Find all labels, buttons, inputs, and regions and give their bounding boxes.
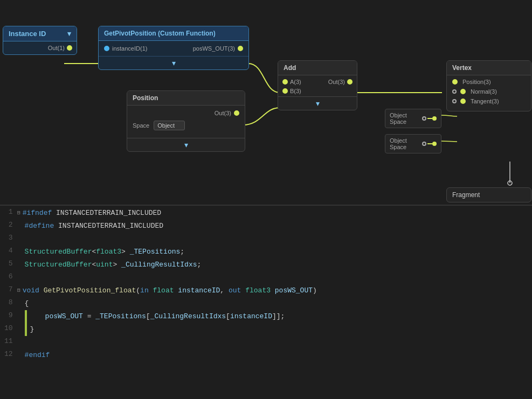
code-line-3: [17, 233, 532, 246]
node-add-out-port: Out(3): [328, 79, 353, 85]
code-line-4: StructuredBuffer<float3> _TEPositions;: [17, 246, 532, 258]
node-position-out-port: Out(3): [133, 110, 239, 116]
node-instance-id[interactable]: Instance ID ▾ Out(1): [3, 26, 77, 55]
node-position-space-row: Space Object World View ▾: [133, 121, 239, 130]
node-position[interactable]: Position Out(3) Space Object World View …: [127, 90, 245, 152]
lnum-11: 11: [4, 335, 17, 348]
node-getpivot-out-label: posWS_OUT(3): [193, 45, 235, 52]
code-line-8: {: [17, 297, 532, 310]
lnum-4: 4: [4, 244, 17, 257]
node-objspace-1-wire: [427, 118, 432, 119]
node-vertex-normal-label: Normal(3): [471, 88, 497, 95]
node-vertex-header: Vertex: [447, 61, 531, 75]
lnum-5: 5: [4, 257, 17, 270]
node-instance-id-out-dot: [67, 45, 72, 51]
green-bar-10: [25, 323, 27, 336]
node-vertex-position-label: Position(3): [462, 79, 491, 85]
node-getpivot-out-dot: [238, 46, 243, 51]
line-numbers: 1 2 3 4 5 6 7 8 9 10 11 12: [0, 206, 17, 399]
node-getpivot-in-port: instanceID(1): [104, 45, 147, 52]
node-add-b-label: B(3): [290, 88, 301, 94]
node-add-out-dot: [347, 79, 353, 85]
node-vertex-tangent-label: Tangent(3): [471, 98, 499, 104]
green-bar-9: [25, 310, 27, 323]
node-position-body: Out(3) Space Object World View ▾: [127, 106, 245, 138]
node-getpivot-out-port: posWS_OUT(3): [193, 45, 243, 52]
node-position-out-label: Out(3): [215, 110, 231, 116]
node-position-space-select[interactable]: Object World View: [154, 121, 185, 130]
node-vertex-tangent-port: Tangent(3): [452, 98, 526, 104]
lnum-9: 9: [4, 309, 17, 322]
node-objspace-2-dot: [422, 142, 426, 146]
node-fragment-title: Fragment: [452, 191, 480, 199]
node-vertex-normal-out-dot: [460, 89, 466, 94]
lnum-6: 6: [4, 270, 17, 283]
node-objspace-1-label: Object Space: [390, 112, 420, 125]
fold-7[interactable]: ⊟: [17, 284, 20, 297]
svg-point-1: [508, 181, 512, 185]
node-add-header: Add: [278, 61, 357, 75]
node-instance-id-chevron: ▾: [67, 30, 71, 38]
node-position-footer: ▾: [127, 138, 245, 151]
code-line-12: #endif: [17, 349, 532, 362]
node-getpivot[interactable]: GetPivotPosition (Custom Function) insta…: [98, 26, 249, 70]
lnum-10: 10: [4, 322, 17, 335]
lnum-12: 12: [4, 348, 17, 361]
node-objspace-1-out-dot: [432, 116, 437, 121]
node-instance-id-out-port: Out(1): [48, 45, 72, 51]
node-vertex-position-dot: [452, 79, 458, 85]
node-position-header: Position: [127, 91, 245, 106]
node-instance-id-header: Instance ID ▾: [3, 26, 77, 41]
node-add-out-label: Out(3): [328, 79, 345, 85]
node-add-a-port: A(3): [282, 79, 301, 85]
node-vertex-title: Vertex: [452, 64, 472, 72]
node-getpivot-header: GetPivotPosition (Custom Function): [99, 26, 248, 41]
node-add-title: Add: [284, 64, 296, 72]
code-line-9: posWS_OUT = _TEPositions[_CullingResultI…: [17, 310, 532, 323]
node-add-a-dot: [282, 79, 288, 85]
code-line-5: StructuredBuffer<uint> _CullingResultIdx…: [17, 258, 532, 271]
node-add-footer: ▾: [278, 96, 357, 110]
node-vertex-position-port: Position(3): [452, 79, 526, 85]
lnum-1: 1: [4, 206, 17, 219]
node-instance-id-title: Instance ID: [9, 30, 46, 38]
node-objspace-1[interactable]: Object Space: [385, 109, 441, 128]
node-objspace-2-out-dot: [432, 142, 437, 146]
node-getpivot-ports: instanceID(1) posWS_OUT(3): [99, 41, 248, 56]
lnum-3: 3: [4, 232, 17, 244]
node-position-title: Position: [133, 94, 158, 102]
node-vertex[interactable]: Vertex Position(3) Normal(3) Tangent(3): [446, 60, 531, 111]
code-content: ⊟ #ifndef INSTANCEDTERRAIN_INCLUDED #def…: [17, 206, 532, 399]
code-line-7: ⊟ void GetPivotPosition_float(in float i…: [17, 284, 532, 297]
node-instance-id-body: Out(1): [3, 41, 77, 54]
node-vertex-normal-port: Normal(3): [452, 88, 526, 95]
node-vertex-body: Position(3) Normal(3) Tangent(3): [447, 75, 531, 111]
node-add-out-col: Out(3): [328, 79, 353, 85]
fold-1[interactable]: ⊟: [17, 207, 20, 220]
node-add[interactable]: Add A(3) B(3) Out(3) ▾: [278, 60, 357, 110]
node-objspace-2-label: Object Space: [390, 137, 420, 150]
code-line-10: }: [17, 323, 532, 336]
node-instance-id-out-label: Out(1): [48, 45, 65, 51]
node-vertex-tangent-in-dot: [452, 99, 457, 103]
node-getpivot-title: GetPivotPosition (Custom Function): [104, 30, 216, 37]
node-fragment[interactable]: Fragment: [446, 187, 531, 202]
node-add-a-label: A(3): [290, 79, 301, 85]
node-position-out-dot: [234, 110, 239, 116]
node-vertex-normal-in-dot: [452, 89, 457, 94]
node-add-in-col: A(3) B(3): [282, 79, 301, 94]
code-line-1: ⊟ #ifndef INSTANCEDTERRAIN_INCLUDED: [17, 207, 532, 220]
node-getpivot-in-dot: [104, 46, 109, 51]
node-getpivot-footer: ▾: [99, 56, 248, 69]
code-line-6: [17, 271, 532, 284]
node-objspace-2[interactable]: Object Space: [385, 134, 441, 153]
lnum-2: 2: [4, 219, 17, 232]
lnum-8: 8: [4, 296, 17, 309]
code-line-2: #define INSTANCEDTERRAIN_INCLUDED: [17, 220, 532, 233]
node-objspace-2-wire: [427, 143, 432, 144]
node-add-b-port: B(3): [282, 88, 301, 94]
node-getpivot-in-label: instanceID(1): [112, 45, 147, 52]
node-vertex-tangent-out-dot: [460, 99, 466, 104]
node-graph: Instance ID ▾ Out(1) GetPivotPosition (C…: [0, 0, 532, 205]
node-position-space-label: Space: [133, 122, 149, 129]
